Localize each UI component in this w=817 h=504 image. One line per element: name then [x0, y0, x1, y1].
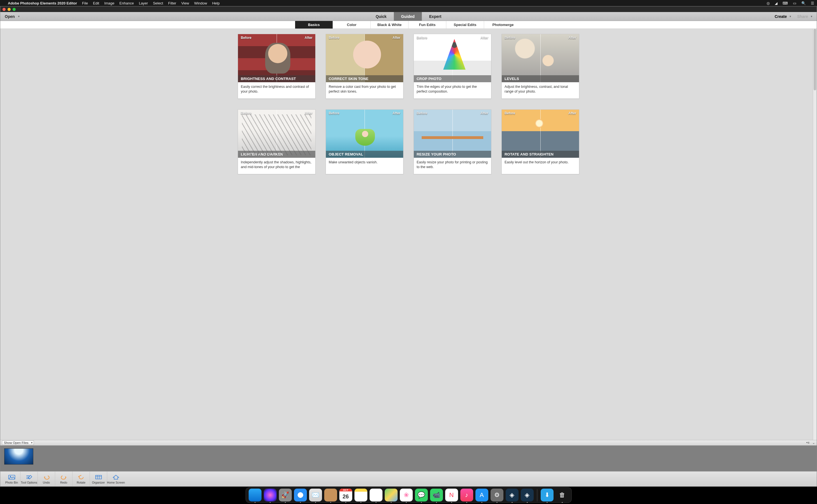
panel-list-icon[interactable]: •≡ — [806, 441, 809, 445]
menu-image[interactable]: Image — [104, 1, 114, 5]
create-menu-button[interactable]: Create▼ — [775, 14, 792, 19]
undo-button[interactable]: Undo — [38, 472, 55, 486]
card-thumbnail: Before After LIGHTEN AND DARKEN — [238, 110, 315, 158]
guided-card-crop-photo[interactable]: Before After CROP PHOTO Trim the edges o… — [414, 34, 491, 99]
app-name[interactable]: Adobe Photoshop Elements 2020 Editor — [8, 1, 77, 5]
card-thumbnail: Before After BRIGHTNESS AND CONTRAST — [238, 34, 315, 82]
card-thumbnail: Before After LEVELS — [502, 34, 579, 82]
menu-enhance[interactable]: Enhance — [119, 1, 134, 5]
show-open-files-select[interactable]: Show Open Files — [2, 441, 34, 445]
tool-label: Tool Options — [21, 481, 37, 484]
photo-bin-thumb[interactable] — [4, 448, 33, 465]
control-center-icon[interactable]: ☰ — [811, 1, 814, 5]
cc-status-icon[interactable]: ◎ — [767, 1, 770, 5]
rotate-button[interactable]: Rotate — [72, 472, 90, 486]
dock-messages-icon[interactable]: 💬 — [415, 489, 428, 501]
card-description: Adjust the brightness, contrast, and ton… — [502, 82, 579, 98]
displays-icon[interactable]: ▭ — [793, 1, 796, 5]
menu-layer[interactable]: Layer — [139, 1, 148, 5]
dock-notes-icon[interactable] — [355, 489, 367, 501]
before-label: Before — [504, 111, 515, 115]
category-tab-color[interactable]: Color — [333, 21, 371, 29]
dock-trash-icon[interactable]: 🗑 — [556, 489, 569, 501]
menu-help[interactable]: Help — [212, 1, 220, 5]
dock-downloads-icon[interactable]: ⬇ — [541, 489, 553, 501]
guided-card-object-removal[interactable]: Before After OBJECT REMOVAL Make unwante… — [326, 109, 403, 174]
photo-bin-panel — [0, 446, 817, 471]
dock-finder-icon[interactable] — [249, 489, 262, 501]
open-menu-button[interactable]: Open ▼ — [0, 12, 25, 21]
guided-card-correct-skin-tone[interactable]: Before After CORRECT SKIN TONE Remove a … — [326, 34, 403, 99]
svg-rect-3 — [95, 475, 101, 479]
tool-label: Home Screen — [107, 481, 125, 484]
tool-label: Photo Bin — [5, 481, 18, 484]
dock-area: 🚀✉️OCT26❀💬📹N♪A⚙◈◈⬇🗑 — [0, 487, 817, 504]
card-description: Easily resize your photo for printing or… — [414, 158, 491, 174]
card-description: Easily correct the brightness and contra… — [238, 82, 315, 98]
photo-bin-button[interactable]: Photo Bin — [3, 472, 20, 486]
menu-file[interactable]: File — [82, 1, 88, 5]
vertical-scrollbar[interactable] — [813, 29, 817, 440]
notifications-icon[interactable]: ◢ — [775, 1, 778, 5]
menu-select[interactable]: Select — [153, 1, 163, 5]
dock-pse-editor-icon[interactable]: ◈ — [521, 489, 534, 501]
chevron-down-icon: ▼ — [789, 15, 792, 18]
svg-rect-0 — [8, 475, 15, 479]
after-label: After — [480, 36, 488, 40]
organizer-button[interactable]: Organizer — [90, 472, 107, 486]
tool-label: Undo — [43, 481, 50, 484]
dock-settings-icon[interactable]: ⚙ — [490, 489, 503, 501]
dock-appstore-icon[interactable]: A — [475, 489, 488, 501]
guided-card-resize-your-photo[interactable]: Before After RESIZE YOUR PHOTO Easily re… — [414, 109, 491, 174]
window-titlebar — [0, 6, 817, 12]
card-thumbnail: Before After CORRECT SKIN TONE — [326, 34, 403, 82]
guided-card-rotate-and-straighten[interactable]: Before After ROTATE AND STRAIGHTEN Easil… — [501, 109, 579, 174]
dock-calendar-icon[interactable]: OCT26 — [339, 489, 352, 501]
dock-launchpad-icon[interactable]: 🚀 — [279, 489, 292, 501]
dock-contacts-icon[interactable] — [324, 489, 337, 501]
tool-label: Organizer — [92, 481, 105, 484]
card-description: Trim the edges of your photo to get the … — [414, 82, 491, 98]
mode-expert[interactable]: Expert — [422, 12, 449, 21]
dock-facetime-icon[interactable]: 📹 — [430, 489, 443, 501]
category-tab-basics[interactable]: Basics — [295, 21, 333, 29]
share-menu-button[interactable]: Share▼ — [797, 14, 813, 19]
redo-button[interactable]: Redo — [55, 472, 72, 486]
dock-separator — [537, 489, 537, 501]
chevron-down-icon: ▼ — [810, 15, 813, 18]
category-tab-special-edits[interactable]: Special Edits — [446, 21, 484, 29]
category-tab-photomerge[interactable]: Photomerge — [484, 21, 522, 29]
dock-maps-icon[interactable] — [385, 489, 398, 501]
window-close-button[interactable] — [3, 8, 6, 11]
tool-options-button[interactable]: Tool Options — [20, 472, 38, 486]
menu-view[interactable]: View — [181, 1, 189, 5]
dock-safari-icon[interactable] — [294, 489, 307, 501]
input-icon[interactable]: ⌨ — [783, 1, 788, 5]
category-tab-fun-edits[interactable]: Fun Edits — [408, 21, 446, 29]
menu-edit[interactable]: Edit — [93, 1, 99, 5]
dock-pse-organizer-icon[interactable]: ◈ — [506, 489, 518, 501]
panel-bar: Show Open Files •≡ ⌄ — [0, 440, 817, 446]
home-screen-button[interactable]: Home Screen — [107, 472, 124, 486]
guided-card-levels[interactable]: Before After LEVELS Adjust the brightnes… — [501, 34, 579, 99]
panel-chevron-icon[interactable]: ⌄ — [812, 441, 815, 445]
dock-news-icon[interactable]: N — [445, 489, 458, 501]
dock-music-icon[interactable]: ♪ — [460, 489, 473, 501]
window-minimize-button[interactable] — [8, 8, 11, 11]
guided-card-lighten-and-darken[interactable]: Before After LIGHTEN AND DARKEN Independ… — [238, 109, 316, 174]
card-title: CORRECT SKIN TONE — [326, 75, 403, 82]
card-title: RESIZE YOUR PHOTO — [414, 151, 491, 158]
dock-siri-icon[interactable] — [264, 489, 277, 501]
dock-reminders-icon[interactable] — [370, 489, 382, 501]
spotlight-icon[interactable]: 🔍 — [801, 1, 806, 5]
guided-card-brightness-and-contrast[interactable]: Before After BRIGHTNESS AND CONTRAST Eas… — [238, 34, 316, 99]
menu-filter[interactable]: Filter — [168, 1, 176, 5]
dock-photos-icon[interactable]: ❀ — [400, 489, 413, 501]
dock-mail-icon[interactable]: ✉️ — [309, 489, 322, 501]
card-thumbnail: Before After OBJECT REMOVAL — [326, 110, 403, 158]
mode-quick[interactable]: Quick — [368, 12, 394, 21]
menu-window[interactable]: Window — [194, 1, 207, 5]
mode-guided[interactable]: Guided — [394, 12, 422, 21]
category-tab-black-white[interactable]: Black & White — [371, 21, 408, 29]
window-maximize-button[interactable] — [13, 8, 16, 11]
